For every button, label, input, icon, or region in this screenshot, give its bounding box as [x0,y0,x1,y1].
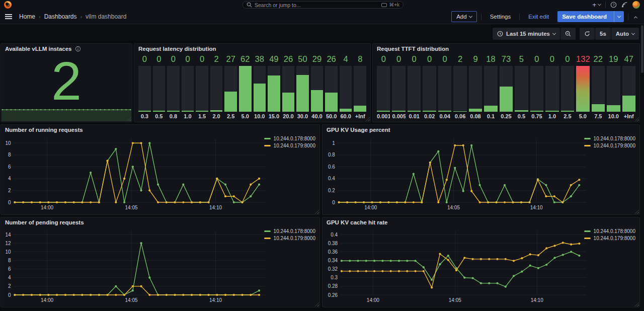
legend-item[interactable]: 10.244.0.178:8000 [584,228,635,234]
bar-value: 27 [224,54,237,65]
svg-text:0.36: 0.36 [328,249,338,255]
bar-bucket-label: +Inf [354,112,366,120]
bar-fill [530,111,543,112]
bar-gauge-column: 227.5 [592,54,605,120]
bar-track [282,66,295,112]
legend-series-label: 10.244.0.178:8000 [274,136,315,141]
bar-track [515,66,528,112]
bar-gauge-column: 00.3 [138,54,151,120]
exit-edit-button[interactable]: Exit edit [524,11,553,22]
help-icon[interactable]: ? [610,2,617,8]
svg-text:12: 12 [5,241,11,246]
bar-gauge-column: 2650.0 [325,54,338,120]
legend-series-swatch [264,230,271,232]
panel-title[interactable]: GPU KV Usage percent [327,127,390,133]
bar-gauge-column: 730.25 [500,54,513,120]
bar-gauge-column: 22.0 [210,54,223,120]
bar-gauge-column: 47+Inf [622,54,635,120]
menu-icon[interactable] [5,14,12,19]
bar-fill [515,110,528,112]
bar-track [354,66,366,112]
bar-bucket-label: 7.5 [592,112,605,120]
zoom-out-button[interactable] [560,28,576,40]
panel-title[interactable]: Request latency distribution [138,46,216,52]
bar-track [182,66,194,112]
add-button[interactable]: Add [451,11,476,22]
bar-value: 0 [530,54,543,65]
bar-fill [282,93,295,112]
panel-title[interactable]: GPU KV cache hit rate [327,219,387,225]
bar-track [392,66,405,112]
svg-text:0.8: 0.8 [328,152,335,158]
save-dashboard-button[interactable]: Save dashboard [557,11,624,22]
panel-title[interactable]: Available vLLM instaces [5,46,81,52]
bar-value: 62 [239,54,252,65]
panel-title[interactable]: Number of pending requests [5,219,84,225]
news-icon[interactable] [621,2,628,8]
breadcrumb-dashboards[interactable]: Dashboards [44,13,77,20]
page-scrollbar[interactable] [641,25,643,73]
grafana-logo-icon[interactable] [4,1,12,9]
bar-value: 0 [545,54,558,65]
svg-text:14:00: 14:00 [41,205,53,210]
panel-title[interactable]: Number of running requests [5,127,83,133]
bar-fill [167,111,180,112]
time-controls: Last 15 minutes 5s Auto [0,25,640,43]
bar-gauge-column: 01.5 [196,54,208,120]
legend-item[interactable]: 10.244.0.178:8000 [264,136,315,141]
bar-track [153,66,166,112]
legend-item[interactable]: 10.244.0.179:8000 [264,236,315,241]
clock-icon [497,31,503,37]
bar-track [484,66,497,112]
bar-track [138,66,151,112]
legend-item[interactable]: 10.244.0.179:8000 [584,143,635,148]
bar-bucket-label: 10.0 [607,112,620,120]
svg-text:?: ? [612,3,614,7]
bar-fill [453,111,466,112]
bar-value: 8 [354,54,366,65]
info-icon[interactable] [75,46,81,52]
svg-text:0.2: 0.2 [328,188,335,193]
refresh-interval-value[interactable]: 5s [595,28,611,40]
new-menu-button[interactable]: + [592,2,601,8]
bar-bucket-label: 0.06 [453,112,466,120]
bar-value: 22 [592,54,605,65]
bar-fill [254,84,266,112]
bar-value: 4 [340,54,352,65]
chevron-down-icon [598,3,601,6]
legend-item[interactable]: 10.244.0.178:8000 [584,136,635,141]
bar-value: 50 [296,54,309,65]
bar-fill [340,109,352,112]
search-input[interactable]: Search or jump to... ⌘+k [243,1,404,9]
legend-item[interactable]: 10.244.0.179:8000 [264,143,315,148]
bar-gauge-column: 5030.0 [296,54,309,120]
stat-value: 2 [1,56,132,106]
refresh-button[interactable] [580,28,595,40]
bar-gauge-column: 00.75 [530,54,543,120]
time-range-picker[interactable]: Last 15 minutes [493,28,560,40]
user-avatar[interactable] [632,1,640,9]
bar-value: 9 [469,54,482,65]
grafana-dashboard: Search or jump to... ⌘+k + ? Home › Dash… [0,0,644,311]
legend-series-swatch [264,138,271,140]
collapse-topbar-button[interactable] [632,14,639,20]
chevron-down-icon [631,31,635,35]
bar-fill [576,66,589,112]
bar-value: 0 [408,54,421,65]
bar-track [296,66,309,112]
settings-button[interactable]: Settings [486,11,516,22]
refresh-interval-picker[interactable]: Auto [611,28,639,40]
legend-item[interactable]: 10.244.0.178:8000 [264,228,315,234]
svg-text:10: 10 [5,249,11,255]
panel-title[interactable]: Request TTFT distribution [377,46,449,52]
svg-text:0.4: 0.4 [328,176,335,181]
chart-legend: 10.244.0.178:800010.244.0.179:8000 [264,228,315,241]
legend-item[interactable]: 10.244.0.179:8000 [584,236,635,241]
bar-value: 0 [377,54,390,65]
save-options-caret[interactable] [614,11,624,22]
breadcrumb-home[interactable]: Home [19,13,35,20]
bar-fill [484,106,497,112]
bar-gauge-column: 00.8 [167,54,180,120]
bar-value: 2 [453,54,466,65]
bar-track [210,66,223,112]
